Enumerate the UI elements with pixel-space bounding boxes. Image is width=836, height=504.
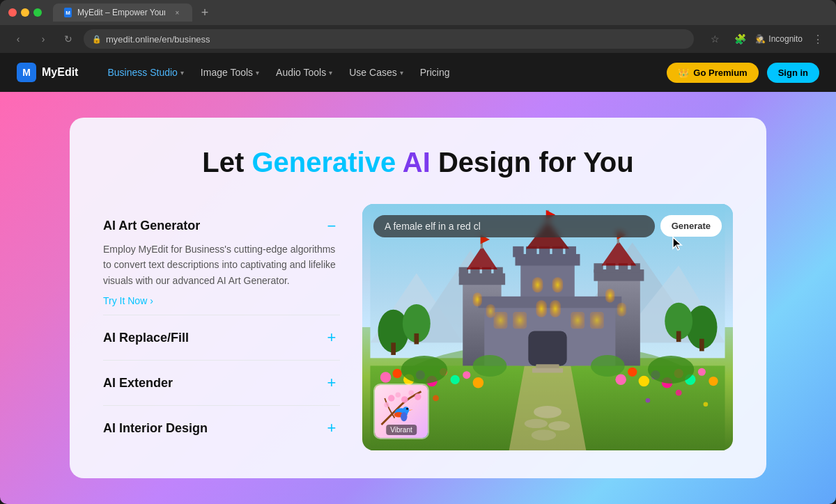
feature-collapse-button[interactable]: − [323, 218, 340, 235]
ai-prompt-input[interactable]: A female elf in a red cl [373, 215, 655, 237]
svg-point-89 [534, 406, 562, 418]
nav-item-audio-tools[interactable]: Audio Tools ▾ [269, 63, 339, 82]
svg-point-68 [463, 371, 470, 379]
go-premium-button[interactable]: 👑 Go Premium [667, 63, 758, 83]
svg-point-98 [415, 393, 421, 400]
vibrant-thumbnail-bg: Vibrant [375, 385, 428, 438]
site-nav: M MyEdit Business Studio ▾ Image Tools ▾… [0, 53, 836, 92]
forward-button[interactable]: › [33, 29, 53, 49]
url-text: myedit.online/en/business [106, 34, 210, 45]
svg-rect-57 [571, 312, 585, 329]
nav-item-pricing[interactable]: Pricing [413, 63, 457, 82]
minimize-window-button[interactable] [21, 8, 29, 17]
generate-label: Generate [672, 221, 711, 231]
nav-item-label: Business Studio [107, 67, 177, 78]
feature-expand-button[interactable]: + [323, 329, 340, 346]
svg-point-67 [451, 375, 460, 384]
close-window-button[interactable] [8, 8, 17, 17]
maximize-window-button[interactable] [33, 8, 42, 17]
svg-rect-51 [552, 277, 563, 292]
refresh-button[interactable]: ↻ [59, 29, 78, 49]
tab-close-button[interactable]: × [173, 8, 181, 17]
nav-item-business-studio[interactable]: Business Studio ▾ [100, 63, 190, 82]
feature-title: AI Extender [103, 376, 173, 391]
svg-point-97 [408, 391, 414, 396]
chevron-down-icon: ▾ [180, 69, 184, 77]
svg-rect-36 [513, 246, 523, 257]
generate-button[interactable]: Generate [660, 215, 722, 237]
nav-item-label: Image Tools [201, 67, 253, 78]
logo-icon: M [17, 63, 36, 82]
chevron-down-icon: ▾ [256, 69, 259, 77]
feature-header[interactable]: AI Replace/Fill + [103, 329, 340, 346]
new-tab-button[interactable]: + [195, 3, 215, 22]
nav-item-use-cases[interactable]: Use Cases ▾ [342, 63, 410, 82]
incognito-icon: 🕵 [755, 34, 766, 44]
feature-item-replace-fill: AI Replace/Fill + [103, 315, 340, 361]
svg-rect-12 [676, 331, 681, 342]
svg-rect-50 [532, 277, 543, 292]
svg-rect-60 [532, 368, 563, 373]
nav-right: 👑 Go Premium Sign in [667, 63, 819, 83]
feature-header: AI Art Generator − [103, 218, 340, 235]
feature-title: AI Interior Design [103, 421, 208, 436]
feature-description: Employ MyEdit for Business's cutting-edg… [103, 242, 340, 288]
feature-expand-button[interactable]: + [323, 375, 340, 391]
svg-rect-10 [699, 339, 704, 352]
tab-title: MyEdit – Empower Your Mar... [77, 8, 165, 17]
svg-rect-46 [473, 292, 482, 306]
svg-point-81 [473, 355, 507, 377]
nav-item-image-tools[interactable]: Image Tools ▾ [194, 63, 266, 82]
svg-point-94 [388, 395, 395, 402]
extensions-button[interactable]: 🧩 [730, 29, 750, 49]
bookmark-button[interactable]: ☆ [705, 29, 725, 49]
feature-item-interior-design: AI Interior Design + [103, 406, 340, 450]
feature-expand-button[interactable]: + [323, 420, 340, 436]
svg-point-79 [401, 356, 447, 384]
svg-point-80 [648, 356, 694, 384]
back-button[interactable]: ‹ [8, 29, 28, 49]
vibrant-thumbnail[interactable]: Vibrant [373, 384, 429, 439]
svg-rect-58 [590, 312, 604, 329]
features-section: AI Art Generator − Employ MyEdit for Bus… [103, 204, 733, 450]
feature-try-link[interactable]: Try It Now › [103, 295, 340, 306]
svg-point-85 [433, 395, 439, 401]
vibrant-label: Vibrant [386, 425, 417, 435]
signin-label: Sign in [778, 68, 808, 78]
feature-header[interactable]: AI Extender + [103, 375, 340, 391]
nav-item-label: Audio Tools [276, 67, 326, 78]
nav-menu: Business Studio ▾ Image Tools ▾ Audio To… [100, 63, 667, 82]
tab-bar: M MyEdit – Empower Your Mar... × + [53, 3, 828, 22]
premium-label: Go Premium [693, 68, 747, 78]
title-space [396, 147, 403, 178]
chevron-down-icon: ▾ [400, 69, 403, 77]
svg-point-95 [395, 393, 401, 398]
feature-item-art-generator: AI Art Generator − Employ MyEdit for Bus… [103, 204, 340, 315]
svg-point-90 [525, 419, 548, 428]
svg-rect-6 [391, 342, 396, 355]
prompt-text: A female elf in a red cl [385, 221, 481, 232]
site-logo[interactable]: M MyEdit [17, 63, 78, 82]
svg-point-78 [709, 377, 718, 386]
tab-favicon: M [64, 8, 72, 17]
incognito-label: Incognito [768, 34, 803, 44]
nav-item-label: Use Cases [349, 67, 396, 78]
signin-button[interactable]: Sign in [767, 63, 819, 83]
svg-rect-56 [513, 312, 527, 329]
svg-rect-48 [605, 289, 614, 303]
svg-point-99 [384, 402, 389, 408]
browser-menu-button[interactable]: ⋮ [808, 29, 828, 49]
address-bar[interactable]: 🔒 myedit.online/en/business [84, 29, 694, 49]
crown-icon: 👑 [678, 68, 689, 78]
svg-point-104 [401, 412, 408, 421]
svg-rect-27 [594, 263, 603, 272]
feature-header[interactable]: AI Interior Design + [103, 420, 340, 436]
svg-point-96 [401, 396, 408, 403]
preview-area: A female elf in a red cl Generate [362, 204, 733, 450]
browser-tab-active[interactable]: M MyEdit – Empower Your Mar... × [53, 3, 192, 22]
svg-point-77 [698, 368, 706, 376]
svg-point-91 [548, 421, 570, 430]
svg-point-70 [615, 375, 626, 385]
svg-point-69 [473, 377, 483, 388]
feature-item-extender: AI Extender + [103, 361, 340, 406]
